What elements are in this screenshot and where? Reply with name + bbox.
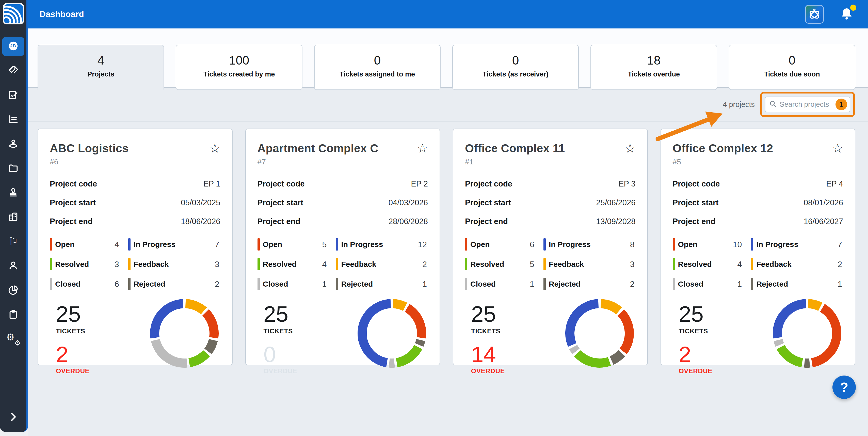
sidebar-item-contracts[interactable] [2,86,24,105]
field-row: Project start25/06/2026 [465,198,636,207]
stat-tab-2[interactable]: 0Tickets assigned to me [314,45,441,90]
tickets-count: 25 [56,303,90,325]
status-count: 4 [115,240,128,249]
favorite-star-icon[interactable]: ☆ [832,142,843,154]
status-label: Rejected [133,280,165,288]
stat-tab-value: 4 [38,53,163,67]
reports-icon [7,113,19,126]
sidebar-item-flags[interactable]: ⚐ [2,232,24,251]
donut-segment-in_progress [777,303,806,338]
donut-segment-resolved [397,347,418,362]
donut-segment-in_progress [362,303,391,362]
notifications-button[interactable] [840,7,854,22]
sidebar-item-tags[interactable] [2,61,24,80]
overdue-caption: OVERDUE [264,367,298,375]
sidebar-item-documents[interactable] [2,159,24,178]
search-box[interactable]: 1 [765,96,850,112]
overdue-count: 14 [471,343,505,366]
stat-tab-5[interactable]: 0Tickets due soon [729,45,855,90]
card-footer: 25TICKETS2OVERDUE [673,298,843,375]
chevron-right-icon [8,419,19,423]
sidebar-nav: ⚐⚙⚙ [2,37,24,354]
sidebar-item-users[interactable] [2,257,24,275]
donut-segment-rejected [419,340,421,345]
sidebar-item-statistics[interactable] [2,281,24,300]
stats-tabs: 4Projects100Tickets created by me0Ticket… [28,28,868,90]
stat-tab-3[interactable]: 0Tickets (as receiver) [452,45,579,90]
project-card-0[interactable]: ABC Logistics☆#6Project codeEP 1Project … [38,128,232,366]
field-row: Project codeEP 3 [465,179,636,188]
favorite-star-icon[interactable]: ☆ [624,142,636,154]
status-label: Resolved [263,260,297,268]
field-row: Project start04/03/2026 [257,198,428,207]
status-count: 12 [418,240,428,249]
tasks-icon [7,309,19,321]
status-closed: Closed6 [50,278,128,291]
main-area: Dashboard [28,0,868,436]
favorite-star-icon[interactable]: ☆ [209,142,220,154]
help-button[interactable]: ? [832,376,856,399]
search-input[interactable] [780,100,833,109]
favorite-star-icon[interactable]: ☆ [417,142,428,154]
bell-icon [840,17,854,22]
tickets-caption: TICKETS [56,327,90,335]
sidebar-item-settings[interactable]: ⚙⚙ [2,330,24,349]
closed-color-bar [50,278,52,290]
approvals-icon [7,186,19,199]
project-number: #6 [50,157,220,166]
ticket-totals: 25TICKETS14OVERDUE [471,303,505,375]
topbar: Dashboard [28,0,868,28]
status-count: 5 [530,260,544,269]
field-row: Project codeEP 4 [673,179,843,188]
sidebar-item-dashboard[interactable] [2,37,24,56]
status-count: 2 [630,280,636,289]
status-grid: Open10In Progress7Resolved4Feedback2Clos… [673,238,843,291]
content: 4Projects100Tickets created by me0Ticket… [28,28,868,436]
sidebar-item-sites[interactable] [2,135,24,153]
status-label: Closed [678,280,704,288]
sidebar-expand-button[interactable] [8,411,19,423]
stat-tab-value: 18 [591,53,716,67]
status-count: 4 [738,260,751,269]
donut-segment-rejected [208,340,213,351]
field-label: Project start [673,198,719,207]
field-value: 13/09/2028 [596,217,636,226]
status-resolved: Resolved3 [50,258,128,271]
status-closed: Closed1 [257,278,336,291]
project-card-3[interactable]: Office Complex 12☆#5Project codeEP 4Proj… [660,128,856,366]
field-label: Project code [257,179,305,188]
status-count: 2 [838,260,843,269]
status-count: 10 [733,240,751,249]
donut-segment-feedback [600,303,619,311]
status-label: In Progress [133,240,176,249]
status-feedback: Feedback3 [544,258,636,271]
contracts-icon [7,89,19,101]
status-count: 1 [838,280,843,289]
status-label: In Progress [549,240,591,249]
overdue-count: 0 [264,343,298,366]
donut-segment-in_progress [155,303,183,338]
stat-tab-0[interactable]: 4Projects [38,45,164,90]
stat-tab-1[interactable]: 100Tickets created by me [176,45,302,90]
app-switcher-button[interactable] [805,5,824,24]
open-color-bar [257,238,260,251]
annotation-highlight-box: 1 [760,92,855,117]
stat-tab-label: Projects [38,70,163,78]
sidebar-item-approvals[interactable] [2,183,24,202]
sidebar-item-companies[interactable] [2,208,24,227]
project-card-2[interactable]: Office Complex 11☆#1Project codeEP 3Proj… [453,128,648,366]
field-value: 18/06/2026 [181,217,220,226]
project-number: #1 [465,157,636,166]
projects-toolbar: 4 projects 1 [28,88,868,121]
rejected-color-bar [336,278,338,290]
stat-tab-4[interactable]: 18Tickets overdue [590,45,717,90]
sidebar-item-tasks[interactable] [2,306,24,324]
card-header: Apartment Complex C☆ [257,142,428,155]
status-count: 3 [215,260,220,269]
status-count: 6 [530,240,544,249]
donut-segment-open [621,313,629,351]
sidebar-item-reports[interactable] [2,110,24,129]
status-closed: Closed1 [465,278,544,291]
topbar-actions [805,5,854,24]
project-card-1[interactable]: Apartment Complex C☆#7Project codeEP 2Pr… [245,128,440,366]
